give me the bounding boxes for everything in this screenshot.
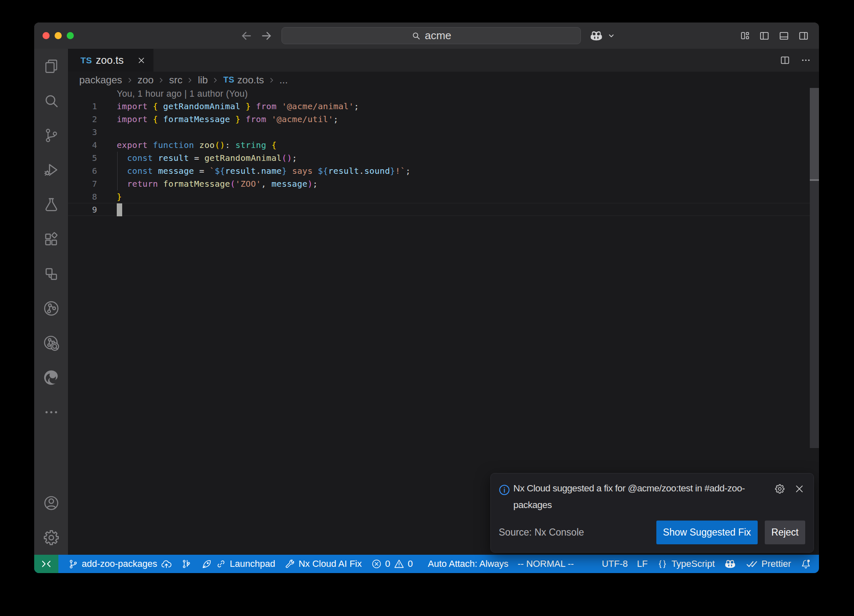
code-line-3: 3	[68, 126, 810, 139]
notification-close-icon[interactable]	[794, 483, 805, 494]
code-token-var: sound	[364, 166, 390, 176]
status-auto-attach[interactable]: Auto Attach: Always	[423, 555, 513, 573]
status-problems[interactable]: 00	[367, 555, 418, 573]
toggle-primary-sidebar-icon[interactable]	[759, 30, 770, 41]
notification-actions	[774, 483, 805, 494]
breadcrumb-separator-icon	[126, 76, 134, 84]
toggle-secondary-sidebar-icon[interactable]	[798, 30, 809, 41]
status-copilot[interactable]	[719, 555, 741, 573]
code-token-b2: (	[230, 179, 235, 189]
source-control-icon[interactable]	[34, 118, 68, 153]
typescript-file-icon: TS	[223, 75, 234, 85]
copilot-icon	[724, 558, 736, 570]
git-branch-icon	[68, 559, 78, 569]
code-line-text: import { formatMessage } from '@acme/uti…	[117, 113, 339, 126]
status-vim-mode[interactable]: -- NORMAL --	[513, 555, 578, 573]
rocket-icon	[201, 558, 212, 570]
account-icon[interactable]	[34, 486, 68, 520]
code-line-2: 2import { formatMessage } from '@acme/ut…	[68, 113, 810, 126]
code-token-pl	[117, 179, 127, 189]
more-views-icon[interactable]	[34, 395, 68, 429]
code-token-var: getRandomAnimal	[158, 101, 246, 111]
hierarchy-icon[interactable]	[34, 256, 68, 291]
breadcrumb-item[interactable]: src	[169, 74, 182, 86]
toggle-panel-icon[interactable]	[779, 30, 789, 41]
close-window-button[interactable]	[43, 32, 50, 39]
minimize-window-button[interactable]	[55, 32, 62, 39]
status-encoding[interactable]: UTF-8	[597, 555, 632, 573]
status-label: -- NORMAL --	[517, 558, 574, 569]
code-token-pl: ;	[354, 101, 359, 111]
code-line-6: 6 const message = `${result.name} says $…	[68, 165, 810, 178]
scrollbar-thumb[interactable]	[810, 88, 819, 180]
extensions-icon[interactable]	[34, 222, 68, 256]
notification-toast: Nx Cloud suggested a fix for @acme/zoo:t…	[490, 473, 814, 553]
breadcrumb-item[interactable]: zoo	[138, 74, 154, 86]
code-line-text: export function zoo(): string {	[117, 139, 276, 152]
code-line-text: const result = getRandomAnimal();	[117, 152, 297, 165]
code-token-b2: ()	[282, 153, 292, 163]
gitlens-search-icon[interactable]	[34, 326, 68, 360]
code-token-pl	[153, 166, 158, 176]
code-token-fn: formatMessage	[163, 179, 230, 189]
indent-guide	[117, 152, 118, 190]
testing-icon[interactable]	[34, 187, 68, 222]
editor-scrollbar[interactable]	[810, 88, 819, 448]
breadcrumb-item[interactable]: lib	[198, 74, 208, 86]
history-navigation	[240, 23, 273, 49]
gitlens-icon[interactable]	[34, 291, 68, 326]
status-nx-cloud-ai-fix[interactable]: Nx Cloud AI Fix	[280, 555, 367, 573]
status-branch[interactable]: add-zoo-packages	[63, 555, 177, 573]
status-prettier[interactable]: Prettier	[741, 555, 796, 573]
status-label: UTF-8	[602, 558, 628, 569]
code-token-b2: )	[307, 179, 312, 189]
customize-layout-icon[interactable]	[740, 30, 750, 41]
run-and-debug-icon[interactable]	[34, 153, 68, 187]
breadcrumb-item[interactable]: packages	[79, 74, 122, 86]
explorer-icon[interactable]	[34, 49, 68, 83]
code-token-kw: return	[127, 179, 158, 189]
reject-button[interactable]: Reject	[765, 521, 805, 544]
code-token-var: name	[261, 166, 281, 176]
code-token-str: '@acme/util'	[271, 114, 333, 124]
code-token-var: message	[271, 179, 308, 189]
status-language[interactable]: TypeScript	[652, 555, 719, 573]
breadcrumb-label: src	[169, 74, 182, 86]
show-suggested-fix-button[interactable]: Show Suggested Fix	[656, 521, 758, 544]
tab-label: zoo.ts	[96, 54, 124, 66]
code-token-pl	[117, 166, 127, 176]
breadcrumb-item[interactable]: TSzoo.ts	[223, 74, 264, 86]
code-line-text: import { getRandomAnimal } from '@acme/a…	[117, 100, 359, 113]
remote-indicator[interactable]	[34, 555, 58, 573]
navigate-back-button[interactable]	[240, 30, 253, 42]
status-label: add-zoo-packages	[82, 558, 157, 569]
notification-footer: Source: Nx Console Show Suggested Fix Re…	[499, 521, 805, 544]
code-token-kw2: function	[153, 140, 194, 150]
code-token-kw2: const	[127, 153, 153, 163]
maximize-window-button[interactable]	[67, 32, 74, 39]
status-label: LF	[637, 558, 648, 569]
copilot-menu[interactable]	[590, 23, 616, 49]
status-notifications[interactable]	[796, 555, 816, 573]
more-actions-icon[interactable]	[801, 55, 811, 65]
code-token-pl: .	[256, 166, 261, 176]
breadcrumb-item[interactable]: ...	[279, 74, 288, 86]
status-pipeline[interactable]	[177, 555, 196, 573]
line-number: 8	[68, 190, 97, 203]
code-token-pl: .	[359, 166, 364, 176]
split-editor-icon[interactable]	[780, 55, 790, 65]
status-launchpad[interactable]: Launchpad	[196, 555, 280, 573]
navigate-forward-button[interactable]	[260, 30, 273, 42]
close-tab-icon[interactable]	[137, 56, 146, 65]
settings-icon[interactable]	[34, 520, 68, 555]
edge-tools-icon[interactable]	[34, 360, 68, 395]
search-icon[interactable]	[34, 83, 68, 118]
tab-zoo-ts[interactable]: TS zoo.ts	[68, 49, 153, 72]
status-eol[interactable]: LF	[632, 555, 652, 573]
cloud-upload-icon	[161, 558, 172, 570]
command-center-search[interactable]: acme	[281, 27, 581, 44]
status-label: TypeScript	[671, 558, 715, 569]
code-token-var: formatMessage	[158, 114, 235, 124]
notification-settings-icon[interactable]	[774, 483, 785, 494]
code-line-7: 7 return formatMessage('ZOO', message);	[68, 178, 810, 190]
